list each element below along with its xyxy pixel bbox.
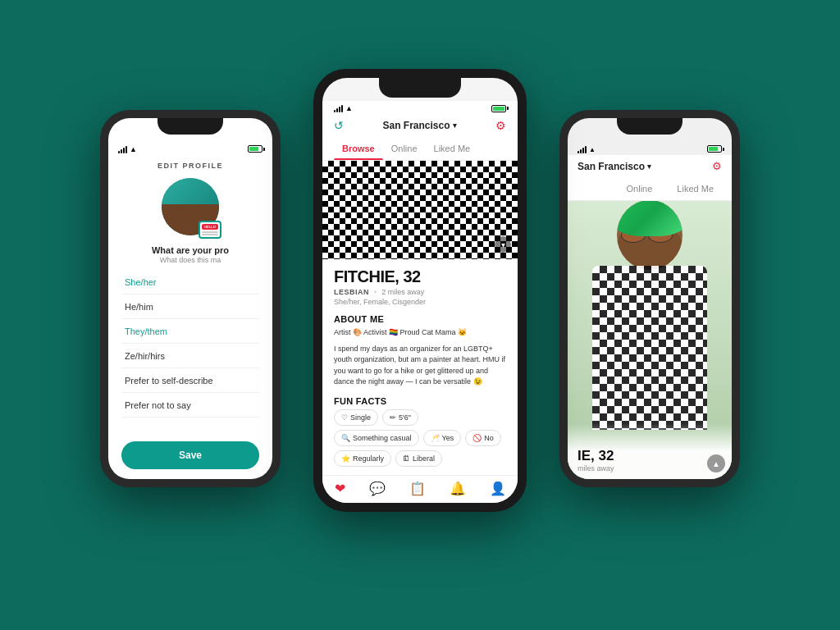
- notch-left: [158, 118, 223, 135]
- tab-online[interactable]: Online: [383, 137, 426, 160]
- about-me-body: I spend my days as an organizer for an L…: [334, 344, 506, 388]
- checker-shirt: [592, 266, 707, 430]
- tag-single-label: Single: [350, 413, 371, 422]
- battery-icon-left: [248, 145, 262, 153]
- tag-regularly-label: Regularly: [353, 454, 384, 463]
- tab-liked-me[interactable]: Liked Me: [426, 137, 479, 160]
- hello-badge: HELLO: [199, 221, 221, 239]
- save-button[interactable]: Save: [121, 441, 259, 469]
- pronoun-self-describe[interactable]: Prefer to self-describe: [121, 369, 259, 393]
- profile-details: She/her, Female, Cisgender: [334, 298, 506, 306]
- left-phone-content: ▲ EDIT PROFILE HELLO: [108, 118, 272, 479]
- phone-right: ▲ San Francisco ▾ ⚙ Online Liked Me: [559, 110, 740, 487]
- person-figure: [584, 201, 715, 430]
- pronoun-he-him[interactable]: He/him: [121, 295, 259, 319]
- orientation-tag: LESBIAN: [334, 288, 369, 296]
- right-tabs: Online Liked Me: [568, 177, 732, 201]
- battery-icon-right: [707, 145, 722, 153]
- phone-left: ▲ EDIT PROFILE HELLO: [100, 110, 281, 487]
- distance-tag: 2 miles away: [381, 288, 424, 296]
- signal-area-center: ▲: [334, 104, 353, 112]
- nav-messages[interactable]: 💬: [369, 481, 386, 496]
- wifi-icon-center: ▲: [345, 104, 353, 112]
- center-nav-header: ↺ San Francisco ▾ ⚙: [322, 114, 518, 137]
- fun-facts-tags: ♡ Single ✏ 5'6" 🔍 Something casual 🥂: [334, 409, 506, 467]
- drink-icon: 🥂: [431, 434, 440, 442]
- calendar-icon: 🗓: [403, 454, 410, 463]
- tag-drinking: 🥂 Yes: [423, 430, 462, 446]
- notch-center: [379, 78, 461, 98]
- right-profile-distance: miles away: [578, 464, 722, 472]
- battery-icon-center: [491, 105, 506, 112]
- signal-area-right: ▲: [578, 145, 596, 153]
- about-me-emoji: Artist 🎨 Activist 🏳️‍🌈 Proud Cat Mama 🐱: [334, 327, 506, 339]
- signal-icon-left: [118, 145, 127, 153]
- status-bar-left: ▲: [108, 141, 272, 155]
- notch-right: [617, 118, 682, 135]
- wifi-icon-left: ▲: [130, 145, 137, 153]
- save-button-area: Save: [108, 435, 272, 479]
- profile-scroll[interactable]: FITCHIE, 32 LESBIAN • 2 miles away She/h…: [322, 259, 518, 475]
- tag-casual-label: Something casual: [353, 434, 412, 442]
- right-header: San Francisco ▾ ⚙: [568, 155, 732, 177]
- about-me-title: ABOUT ME: [334, 314, 506, 324]
- right-profile-name: IE, 32: [578, 448, 722, 464]
- nav-notifications[interactable]: 🔔: [450, 481, 466, 496]
- bottom-nav: ❤ 💬 📋 🔔 👤: [322, 475, 518, 503]
- right-location-text: San Francisco: [578, 161, 645, 172]
- pronoun-list: She/her He/him They/them Ze/hir/hirs Pre…: [108, 266, 272, 435]
- chevron-down-icon[interactable]: ▾: [495, 236, 511, 253]
- right-phone-content: ▲ San Francisco ▾ ⚙ Online Liked Me: [568, 118, 732, 479]
- scroll-to-top-button[interactable]: ▲: [707, 454, 725, 472]
- right-filter-icon[interactable]: ⚙: [712, 160, 722, 172]
- hello-badge-text: HELLO: [202, 224, 218, 230]
- tag-regularly: ⭐ Regularly: [334, 450, 391, 467]
- right-photo-area: IE, 32 miles away ▲: [568, 201, 732, 479]
- status-bar-center: ▲: [322, 101, 518, 114]
- pronoun-they-them[interactable]: They/them: [121, 320, 259, 344]
- no-icon: 🚫: [472, 434, 482, 442]
- chevron-down-icon: ▾: [453, 121, 457, 130]
- filter-icon[interactable]: ⚙: [495, 119, 506, 132]
- tag-no-label: No: [484, 434, 494, 442]
- right-chevron-down-icon: ▾: [647, 162, 651, 171]
- fun-facts-title: FUN FACTS: [334, 396, 506, 406]
- nav-profile[interactable]: 👤: [490, 481, 506, 496]
- search-icon: 🔍: [341, 434, 350, 442]
- tab-browse[interactable]: Browse: [334, 137, 383, 160]
- phones-container: ▲ EDIT PROFILE HELLO: [51, 28, 789, 602]
- nav-heart[interactable]: ❤: [335, 481, 345, 496]
- right-name-overlay: IE, 32 miles away: [568, 423, 732, 479]
- pronoun-not-say[interactable]: Prefer not to say: [121, 394, 259, 418]
- profile-orientation-row: LESBIAN • 2 miles away: [334, 288, 506, 296]
- profile-checker-image: [322, 161, 518, 259]
- star-icon: ⭐: [341, 454, 350, 463]
- refresh-icon[interactable]: ↺: [334, 119, 344, 132]
- nav-browse[interactable]: 📋: [409, 481, 426, 496]
- battery-area-center: [491, 105, 506, 112]
- tag-drinking-label: Yes: [442, 434, 454, 442]
- location-title[interactable]: San Francisco ▾: [382, 120, 456, 131]
- browse-tabs: Browse Online Liked Me: [322, 137, 518, 161]
- tag-no: 🚫 No: [465, 430, 501, 446]
- right-location-title[interactable]: San Francisco ▾: [578, 161, 651, 172]
- profile-photo-area: HELLO: [108, 175, 272, 242]
- question-title: What are your pro: [121, 245, 259, 255]
- right-tab-liked-me[interactable]: Liked Me: [669, 177, 722, 200]
- profile-image-area[interactable]: ▾: [322, 161, 518, 259]
- pronoun-she-her[interactable]: She/her: [121, 271, 259, 294]
- location-text: San Francisco: [382, 120, 450, 131]
- tag-something-casual: 🔍 Something casual: [334, 430, 419, 446]
- pencil-icon: ✏: [390, 413, 396, 422]
- status-bar-right: ▲: [568, 141, 732, 155]
- pronoun-ze-hir[interactable]: Ze/hir/hirs: [121, 345, 259, 368]
- question-subtitle: What does this ma: [121, 256, 259, 264]
- hello-badge-lines: [202, 231, 218, 236]
- right-tab-online[interactable]: Online: [619, 177, 661, 200]
- tag-height-label: 5'6": [399, 413, 411, 422]
- heart-icon: ♡: [341, 413, 348, 422]
- signal-icon-center: [334, 104, 343, 112]
- edit-profile-title: EDIT PROFILE: [108, 155, 272, 175]
- signal-area-left: ▲: [118, 145, 137, 153]
- phone-center: ▲ ↺ San Francisco ▾ ⚙: [313, 69, 527, 512]
